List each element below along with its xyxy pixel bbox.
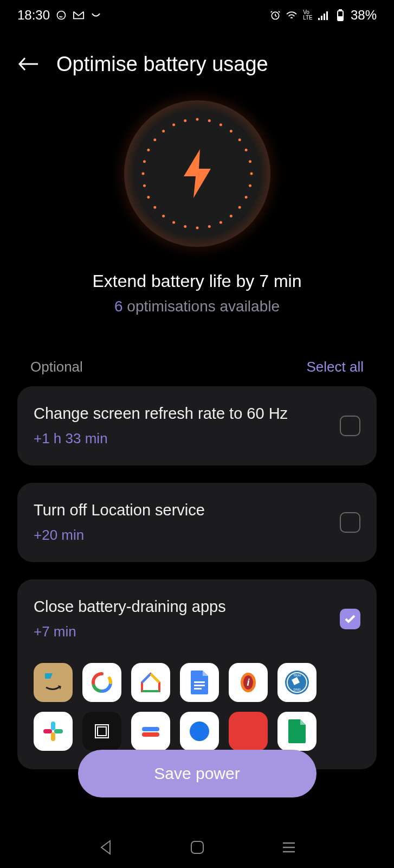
svg-rect-19 xyxy=(51,722,55,730)
card-close-apps[interactable]: Close battery-draining apps +7 min i xyxy=(17,579,377,769)
svg-text:TRAI: TRAI xyxy=(293,674,301,677)
card-gain: +20 min xyxy=(34,527,329,544)
page-title: Optimise battery usage xyxy=(56,53,268,76)
app-icon-google[interactable] xyxy=(82,663,121,702)
select-all-button[interactable]: Select all xyxy=(307,359,364,375)
svg-rect-25 xyxy=(142,727,159,731)
svg-rect-9 xyxy=(194,681,205,683)
alarm-icon xyxy=(269,9,281,21)
card-title: Change screen refresh rate to 60 Hz xyxy=(34,405,329,423)
svg-point-0 xyxy=(57,11,66,20)
whatsapp-icon xyxy=(55,9,67,21)
hero: Extend battery life by 7 min 6 optimisat… xyxy=(0,87,394,337)
battery-icon xyxy=(334,9,346,21)
section-header: Optional Select all xyxy=(0,337,394,386)
volte-icon: VoLTE xyxy=(302,9,314,21)
app-icon-generic3[interactable] xyxy=(180,712,219,751)
app-icon-generic2[interactable] xyxy=(131,712,170,751)
checkbox[interactable] xyxy=(340,609,360,629)
app-icon-google-home[interactable] xyxy=(131,663,170,702)
svg-rect-3 xyxy=(321,16,322,20)
more-notifications-icon xyxy=(90,9,102,21)
svg-rect-4 xyxy=(324,14,325,20)
battery-percent: 38% xyxy=(351,8,377,23)
svg-rect-5 xyxy=(326,11,328,20)
app-icon-trai-dnd[interactable]: TRAIDND xyxy=(277,663,317,702)
svg-rect-7 xyxy=(339,10,341,11)
nav-bar xyxy=(0,838,394,857)
status-bar: 18:30 VoLTE 38% xyxy=(0,0,394,30)
optimisation-count: 6 xyxy=(114,298,123,315)
card-gain: +1 h 33 min xyxy=(34,430,329,447)
card-title: Close battery-draining apps xyxy=(34,598,329,616)
status-time: 18:30 xyxy=(17,8,50,23)
svg-rect-21 xyxy=(51,732,55,741)
svg-point-27 xyxy=(190,722,209,741)
svg-rect-22 xyxy=(43,729,52,733)
card-title: Turn off Location service xyxy=(34,501,329,519)
optimisation-list: Change screen refresh rate to 60 Hz +1 h… xyxy=(0,386,394,769)
nav-recent[interactable] xyxy=(279,838,299,857)
app-icon-generic4[interactable] xyxy=(229,712,268,751)
svg-rect-10 xyxy=(194,685,205,686)
status-left: 18:30 xyxy=(17,8,102,23)
svg-rect-8 xyxy=(339,17,342,20)
card-gain: +7 min xyxy=(34,623,329,640)
status-right: VoLTE 38% xyxy=(269,8,377,23)
svg-rect-11 xyxy=(194,688,202,690)
save-power-button[interactable]: Save power xyxy=(78,750,317,797)
app-grid: i TRAIDND xyxy=(34,663,360,751)
wifi-icon xyxy=(286,9,298,21)
hero-subhead: 6 optimisations available xyxy=(114,298,280,315)
app-icon-sheets[interactable] xyxy=(277,712,317,751)
svg-text:DND: DND xyxy=(294,688,301,691)
app-icon-google-docs[interactable] xyxy=(180,663,219,702)
svg-rect-26 xyxy=(142,732,159,737)
back-button[interactable] xyxy=(17,52,41,76)
header: Optimise battery usage xyxy=(0,30,394,87)
gmail-icon xyxy=(73,9,85,21)
checkbox[interactable] xyxy=(340,416,360,436)
optimisation-text: optimisations available xyxy=(123,298,280,315)
bolt-icon xyxy=(178,149,216,198)
svg-rect-24 xyxy=(98,727,106,736)
svg-rect-2 xyxy=(318,18,320,20)
battery-orb xyxy=(116,92,279,255)
checkbox[interactable] xyxy=(340,512,360,533)
card-refresh-rate[interactable]: Change screen refresh rate to 60 Hz +1 h… xyxy=(17,386,377,465)
card-location[interactable]: Turn off Location service +20 min xyxy=(17,483,377,562)
nav-back[interactable] xyxy=(96,838,115,857)
hero-headline: Extend battery life by 7 min xyxy=(93,271,302,291)
signal-icon xyxy=(318,9,330,21)
nav-home[interactable] xyxy=(188,838,207,857)
app-icon-generic1[interactable] xyxy=(82,712,121,751)
svg-rect-20 xyxy=(54,729,63,733)
app-icon-icici[interactable]: i xyxy=(229,663,268,702)
app-icon-amazon[interactable] xyxy=(34,663,73,702)
section-label: Optional xyxy=(30,359,83,375)
app-icon-slack[interactable] xyxy=(34,712,73,751)
svg-rect-28 xyxy=(191,841,203,853)
